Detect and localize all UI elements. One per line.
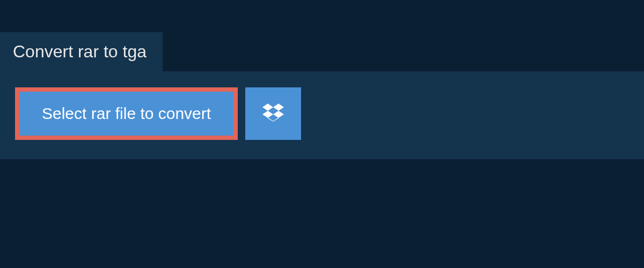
select-file-label: Select rar file to convert xyxy=(42,105,211,123)
tab-label: Convert rar to tga xyxy=(13,42,147,61)
dropbox-button[interactable] xyxy=(245,87,301,140)
dropbox-icon xyxy=(262,102,284,125)
convert-panel: Select rar file to convert xyxy=(0,71,644,159)
tab-convert[interactable]: Convert rar to tga xyxy=(0,32,163,71)
select-file-button[interactable]: Select rar file to convert xyxy=(15,87,238,140)
button-row: Select rar file to convert xyxy=(15,87,629,140)
